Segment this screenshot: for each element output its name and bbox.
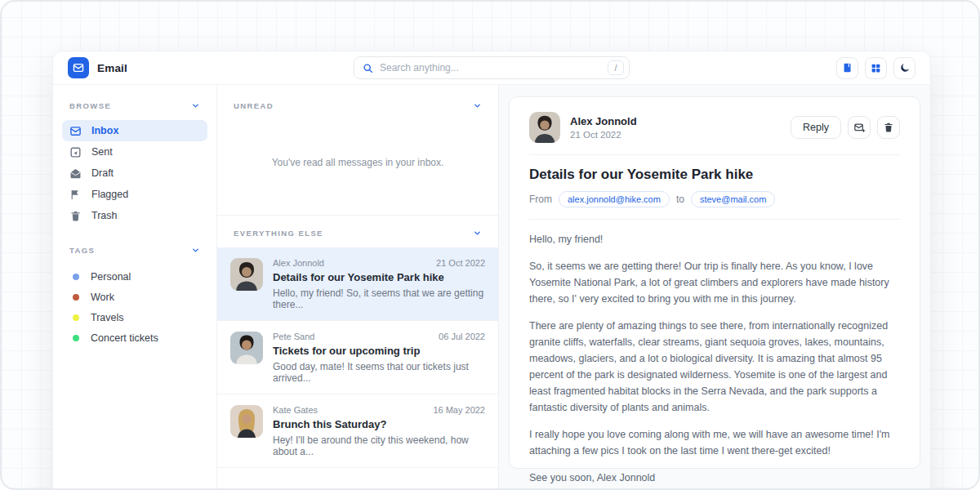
sidebar-item-label: Draft	[91, 167, 114, 179]
divider	[529, 219, 900, 220]
unread-label: UNREAD	[234, 101, 274, 110]
delete-button[interactable]	[877, 116, 900, 139]
message-list: UNREAD You've read all messages in your …	[216, 85, 499, 490]
search-icon	[363, 63, 373, 74]
tag-color-dot	[73, 314, 79, 321]
message-list-item[interactable]: Alex Jonnold 21 Oct 2022 Details for our…	[217, 247, 498, 321]
email-body: Hello, my friend! So, it seems we are ge…	[529, 231, 900, 486]
reading-pane: Alex Jonnold 21 Oct 2022 Reply	[499, 85, 930, 490]
forward-button[interactable]	[848, 116, 871, 139]
chevron-down-icon[interactable]	[473, 101, 482, 110]
message-list-item[interactable]: Pete Sand 06 Jul 2022 Tickets for our up…	[217, 321, 498, 394]
tags-label: TAGS	[69, 246, 95, 255]
tag-label: Work	[91, 292, 114, 303]
search-placeholder: Search anything...	[380, 62, 601, 74]
tag-label: Travels	[91, 312, 124, 323]
message-subject: Details for our Yosemite Park hike	[273, 271, 485, 283]
sidebar-item-trash[interactable]: Trash	[62, 205, 207, 226]
unread-empty-text: You've read all messages in your inbox.	[272, 157, 444, 168]
message-date: 21 Oct 2022	[436, 258, 485, 268]
sidebar-item-label: Sent	[91, 146, 113, 158]
message-sender: Alex Jonnold	[273, 258, 324, 268]
detail-date: 21 Oct 2022	[570, 130, 637, 140]
avatar	[230, 258, 263, 291]
avatar	[529, 112, 560, 143]
tag-item-work[interactable]: Work	[69, 287, 200, 307]
draft-icon	[69, 167, 82, 180]
tag-color-dot	[73, 274, 79, 280]
avatar	[230, 332, 263, 364]
message-preview: Hello, my friend! So, it seems that we a…	[273, 287, 485, 310]
message-date: 16 May 2022	[433, 405, 485, 415]
email-paragraph: See you soon, Alex Jonnold	[529, 470, 900, 486]
detail-sender-name: Alex Jonnold	[570, 115, 637, 127]
email-paragraph: Hello, my friend!	[529, 231, 900, 247]
inbox-icon	[69, 125, 82, 137]
page-background: Email Search anything... /	[0, 0, 980, 490]
detail-subject: Details for our Yosemite Park hike	[529, 167, 900, 183]
tag-item-travels[interactable]: Travels	[69, 307, 200, 327]
email-detail-card: Alex Jonnold 21 Oct 2022 Reply	[509, 96, 920, 469]
app-title: Email	[97, 62, 127, 74]
search-shortcut-badge: /	[608, 60, 624, 75]
app-logo-mail-icon	[68, 57, 89, 78]
message-subject: Brunch this Saturday?	[273, 418, 485, 430]
sidebar-item-label: Trash	[91, 210, 118, 221]
tags-section-header[interactable]: TAGS	[69, 246, 200, 255]
message-preview: Good day, mate! It seems that our ticket…	[273, 361, 485, 384]
sidebar-item-sent[interactable]: Sent	[62, 141, 207, 163]
browse-section-header[interactable]: BROWSE	[69, 101, 200, 110]
tag-item-personal[interactable]: Personal	[69, 266, 200, 287]
chevron-down-icon[interactable]	[191, 246, 200, 255]
sidebar-item-inbox[interactable]: Inbox	[62, 120, 207, 141]
divider	[529, 154, 900, 155]
unread-section-header[interactable]: UNREAD	[234, 101, 482, 110]
sidebar-item-flagged[interactable]: Flagged	[62, 184, 207, 205]
trash-icon	[69, 210, 82, 222]
tag-color-dot	[73, 335, 79, 341]
message-list-item[interactable]: Kate Gates 16 May 2022 Brunch this Satur…	[217, 394, 498, 468]
apps-button[interactable]	[865, 57, 887, 79]
email-paragraph: So, it seems we are getting there! Our t…	[529, 258, 900, 307]
trash-icon	[883, 122, 894, 133]
message-preview: Hey! I'll be around the city this weeken…	[273, 434, 485, 457]
chevron-down-icon[interactable]	[473, 229, 482, 238]
everything-else-section-header[interactable]: EVERYTHING ELSE	[234, 229, 482, 238]
book-icon	[842, 62, 853, 74]
message-sender: Kate Gates	[273, 405, 318, 415]
tag-item-concert-tickets[interactable]: Concert tickets	[69, 327, 200, 348]
avatar	[230, 405, 263, 438]
notebook-button[interactable]	[836, 57, 858, 79]
message-sender: Pete Sand	[273, 332, 314, 341]
chevron-down-icon[interactable]	[191, 101, 200, 110]
message-date: 06 Jul 2022	[439, 332, 485, 341]
from-email-pill[interactable]: alex.jonnold@hike.com	[559, 191, 670, 207]
tag-label: Concert tickets	[91, 332, 158, 344]
dark-mode-button[interactable]	[893, 57, 915, 79]
from-label: From	[529, 194, 552, 205]
browse-label: BROWSE	[69, 101, 111, 110]
sidebar-item-label: Flagged	[91, 189, 128, 200]
tag-color-dot	[73, 294, 79, 301]
everything-else-label: EVERYTHING ELSE	[234, 229, 323, 238]
sent-icon	[69, 146, 82, 158]
search-input[interactable]: Search anything... /	[354, 56, 630, 79]
reply-button[interactable]: Reply	[791, 116, 841, 139]
email-paragraph: I really hope you love coming along with…	[529, 426, 900, 459]
flag-icon	[69, 189, 82, 201]
app-header: Email Search anything... /	[53, 51, 930, 85]
unread-empty-state: You've read all messages in your inbox.	[217, 110, 498, 215]
to-email-pill[interactable]: steve@mail.com	[691, 191, 775, 207]
sidebar-item-draft[interactable]: Draft	[62, 163, 207, 184]
sidebar: BROWSE Inbox	[53, 85, 216, 490]
message-subject: Tickets for our upcoming trip	[273, 345, 485, 357]
sidebar-item-label: Inbox	[91, 125, 118, 136]
moon-icon	[899, 62, 911, 74]
tag-label: Personal	[91, 271, 131, 283]
email-paragraph: There are plenty of amazing things to se…	[529, 318, 900, 416]
mail-forward-icon	[853, 122, 866, 134]
email-app-window: Email Search anything... /	[52, 51, 931, 490]
grid-icon	[871, 63, 881, 74]
to-label: to	[676, 194, 684, 205]
